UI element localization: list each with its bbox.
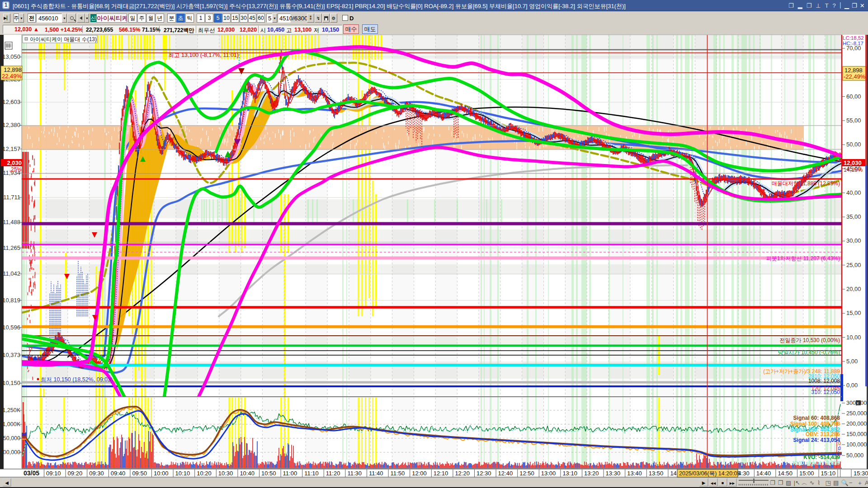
- svg-text:＋: ＋: [857, 479, 863, 486]
- svg-text:11,265: 11,265: [3, 244, 20, 251]
- svg-text:10,00: 10,00: [846, 334, 861, 341]
- svg-text:310: 12,050: 310: 12,050: [811, 389, 840, 395]
- svg-text:12,603: 12,603: [2, 99, 20, 105]
- svg-text:13:40: 13:40: [627, 470, 642, 477]
- svg-text:10,819: 10,819: [2, 297, 20, 304]
- svg-text:0: 0: [838, 452, 841, 457]
- svg-text:14:40: 14:40: [756, 470, 771, 477]
- svg-text:200,000: 200,000: [846, 421, 867, 427]
- svg-text:11:20: 11:20: [326, 470, 340, 477]
- svg-text:10,596: 10,596: [2, 324, 20, 331]
- svg-text:🔍: 🔍: [841, 479, 849, 487]
- svg-text:11:00: 11:00: [283, 470, 297, 477]
- svg-text:09:50: 09:50: [132, 470, 147, 477]
- svg-text:11,042: 11,042: [3, 270, 20, 277]
- svg-text:12,157: 12,157: [2, 145, 20, 152]
- svg-text:09:20: 09:20: [68, 470, 83, 477]
- svg-text:10,373: 10,373: [2, 352, 20, 358]
- svg-text:10:50: 10:50: [261, 470, 276, 477]
- svg-text:12:10: 12:10: [434, 470, 448, 477]
- svg-text:10:40: 10:40: [240, 470, 255, 477]
- svg-text:03/05: 03/05: [24, 469, 39, 477]
- svg-text:13:00: 13:00: [541, 470, 556, 477]
- svg-text:▤: ▤: [833, 479, 839, 486]
- svg-text:최저 10,150 (18,52%, 09:03): 최저 10,150 (18,52%, 09:03): [41, 376, 113, 383]
- svg-text:12,898: 12,898: [4, 66, 22, 73]
- svg-text:❐: ❐: [778, 479, 783, 486]
- svg-text:KVO signal: -9,639: KVO signal: -9,639: [793, 460, 840, 466]
- svg-text::0: :0: [837, 441, 841, 446]
- svg-text:10:10: 10:10: [175, 470, 190, 477]
- svg-text:15,00: 15,00: [846, 310, 861, 316]
- svg-text:0: 0: [838, 446, 841, 451]
- svg-text:전일종가 10,530 (0,00%): 전일종가 10,530 (0,00%): [780, 337, 840, 343]
- svg-text:00,000: 00,000: [3, 449, 20, 455]
- svg-text:▶▶: ▶▶: [730, 481, 735, 485]
- svg-text:,25%: ,25%: [9, 166, 22, 173]
- svg-text:■: ■: [722, 481, 724, 485]
- svg-text:13:10: 13:10: [562, 470, 577, 477]
- svg-text:20,00: 20,00: [846, 286, 861, 292]
- svg-text:100,000: 100,000: [846, 441, 867, 448]
- svg-text:150,000: 150,000: [846, 431, 867, 437]
- svg-text:◀: ◀: [5, 480, 9, 485]
- svg-text:14:50: 14:50: [778, 470, 793, 477]
- svg-text:40,00: 40,00: [846, 189, 861, 196]
- svg-text:12,898: 12,898: [844, 67, 863, 74]
- svg-text:25,00: 25,00: [846, 262, 861, 268]
- svg-text:2,030: 2,030: [7, 160, 22, 166]
- svg-text:11:40: 11:40: [369, 470, 383, 477]
- svg-text:250,000: 250,000: [846, 410, 867, 417]
- svg-text:Signal 24: 413,054: Signal 24: 413,054: [793, 437, 840, 443]
- svg-text:50,000: 50,000: [3, 435, 20, 441]
- svg-text:아이씨티케이 매물대 수(13): 아이씨티케이 매물대 수(13): [30, 36, 97, 42]
- svg-text:|↖: |↖: [794, 479, 800, 486]
- svg-text:55,00: 55,00: [846, 117, 861, 124]
- svg-text:60,00: 60,00: [846, 93, 861, 100]
- svg-text:12,380: 12,380: [2, 122, 20, 128]
- svg-text:KVO: -514,439: KVO: -514,439: [803, 454, 840, 460]
- svg-text:1,000K: 1,000K: [2, 421, 20, 427]
- svg-text:1008: 12,008: 1008: 12,008: [808, 378, 840, 384]
- svg-text:1,250K: 1,250K: [2, 407, 20, 413]
- svg-text:OBV: 313,286: OBV: 313,286: [806, 431, 840, 437]
- svg-text:09:10: 09:10: [46, 470, 61, 477]
- svg-text:13:30: 13:30: [606, 470, 621, 477]
- svg-text:매물대저항 11,888 (12,85%): 매물대저항 11,888 (12,85%): [772, 180, 840, 187]
- svg-text:09:30: 09:30: [89, 470, 104, 477]
- svg-text:최고 13,100 (-8,17%, 11:01): 최고 13,100 (-8,17%, 11:01): [169, 52, 239, 58]
- svg-text:10:00: 10:00: [154, 470, 169, 477]
- svg-text:Signal 60: 408,868: Signal 60: 408,868: [793, 415, 840, 421]
- svg-text:12:50: 12:50: [519, 470, 534, 477]
- svg-text:12:20: 12:20: [455, 470, 470, 477]
- svg-text:5,00: 5,00: [846, 358, 858, 365]
- svg-text:22,49%: 22,49%: [2, 73, 22, 80]
- svg-text:피봇1차저항선 11,207 (6,43%): 피봇1차저항선 11,207 (6,43%): [766, 255, 840, 262]
- svg-text:30,00: 30,00: [846, 237, 861, 244]
- svg-text:11,711: 11,711: [3, 194, 20, 201]
- svg-text:HC:-8,17: HC:-8,17: [843, 41, 863, 46]
- svg-text:12:00: 12:00: [412, 470, 427, 477]
- svg-text:x: x: [857, 401, 859, 405]
- svg-text:15:10: 15:10: [821, 470, 836, 477]
- svg-text:15:00: 15:00: [799, 470, 814, 477]
- svg-text:10:20: 10:20: [197, 470, 212, 477]
- svg-text:12:40: 12:40: [498, 470, 513, 477]
- svg-text:14,25%: 14,25%: [844, 167, 863, 173]
- svg-text:15:30:2: 15:30:2: [854, 470, 868, 477]
- svg-text:0,00: 0,00: [846, 382, 858, 389]
- svg-text:LC:18,52: LC:18,52: [843, 35, 864, 41]
- svg-text:10,150: 10,150: [2, 380, 20, 386]
- svg-text:당일시가 10,450 (-0,76%): 당일시가 10,450 (-0,76%): [778, 349, 840, 356]
- svg-text:◀◀: ◀◀: [711, 481, 716, 485]
- svg-text:⌇: ⌇: [817, 479, 820, 486]
- svg-text:10:30: 10:30: [218, 470, 233, 477]
- svg-text:11:10: 11:10: [304, 470, 319, 477]
- svg-text:09:40: 09:40: [111, 470, 126, 477]
- svg-text:12:30: 12:30: [476, 470, 491, 477]
- svg-text:13:20: 13:20: [584, 470, 599, 477]
- svg-text:▨: ▨: [786, 479, 791, 486]
- svg-text:Signal 100: 408,788: Signal 100: 408,788: [790, 421, 840, 427]
- svg-text:◳: ◳: [826, 479, 831, 486]
- svg-text:50,00: 50,00: [846, 141, 861, 148]
